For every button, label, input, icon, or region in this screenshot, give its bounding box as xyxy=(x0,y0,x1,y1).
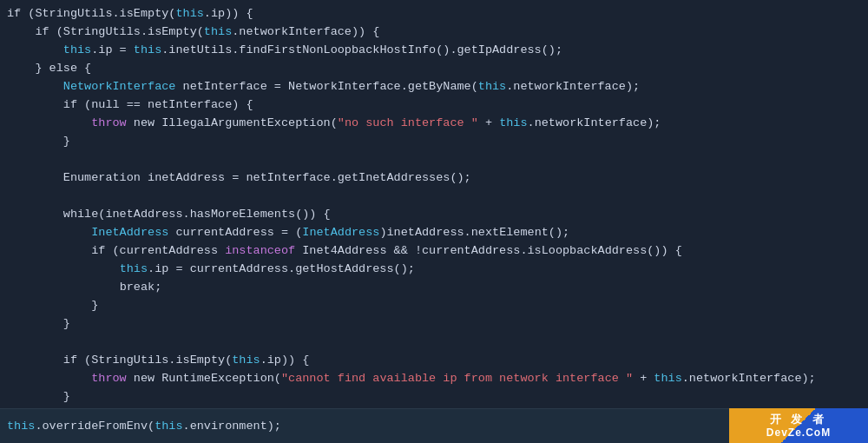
code-line xyxy=(0,188,868,206)
code-line: InetAddress currentAddress = (InetAddres… xyxy=(0,224,868,242)
code-line: if (null == netInterface) { xyxy=(0,96,868,115)
code-line: this.ip = this.inetUtils.findFirstNonLoo… xyxy=(0,42,868,60)
code-line: NetworkInterface netInterface = NetworkI… xyxy=(0,78,868,96)
code-line: while(inetAddress.hasMoreElements()) { xyxy=(0,206,868,224)
code-line xyxy=(0,334,868,352)
bottom-bar: this.overrideFromEnv(this.environment); … xyxy=(0,408,868,443)
code-line: Enumeration inetAddress = netInterface.g… xyxy=(0,169,868,188)
watermark: 开 发 者 DevZe.CoM xyxy=(729,408,868,443)
code-line: break; xyxy=(0,279,868,297)
code-line: } xyxy=(0,133,868,151)
code-line: if (StringUtils.isEmpty(this.ip)) { xyxy=(0,352,868,370)
code-line xyxy=(0,151,868,169)
code-line: } xyxy=(0,315,868,334)
code-line: if (currentAddress instanceof Inet4Addre… xyxy=(0,242,868,261)
code-line: } xyxy=(0,388,868,407)
watermark-domain: DevZe.CoM xyxy=(766,426,831,439)
bottom-line-code: this.overrideFromEnv(this.environment); xyxy=(7,420,281,433)
code-line: this.ip = currentAddress.getHostAddress(… xyxy=(0,261,868,279)
watermark-chinese: 开 发 者 xyxy=(770,413,827,426)
code-line: } else { xyxy=(0,60,868,78)
code-line: if (StringUtils.isEmpty(this.ip)) { xyxy=(0,5,868,23)
code-line: if (StringUtils.isEmpty(this.networkInte… xyxy=(0,23,868,42)
code-editor: if (StringUtils.isEmpty(this.ip)) { if (… xyxy=(0,0,868,408)
code-line: } xyxy=(0,297,868,315)
code-line: throw new IllegalArgumentException("no s… xyxy=(0,115,868,133)
code-line: throw new RuntimeException("cannot find … xyxy=(0,370,868,388)
